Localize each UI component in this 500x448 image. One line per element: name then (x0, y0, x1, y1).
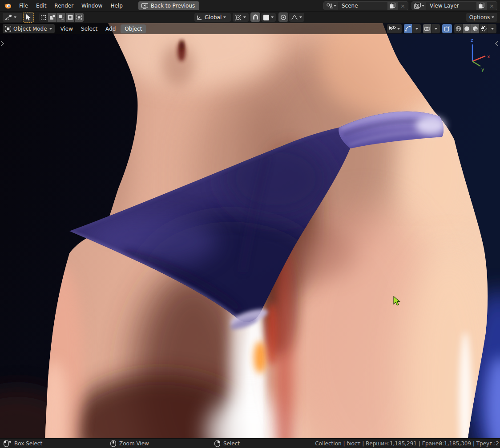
select-extend-icon (50, 15, 55, 20)
menu-help[interactable]: Help (106, 0, 126, 12)
viewport-3d[interactable]: z x y Object Mode View Select Add Object (0, 23, 500, 438)
select-mode-invert-button[interactable] (66, 13, 75, 22)
proportional-falloff-button[interactable] (289, 13, 304, 22)
view-layer-name[interactable]: View Layer (426, 2, 476, 10)
snap-toggle-button[interactable] (250, 12, 260, 22)
view-layer-browse-segment[interactable] (412, 2, 426, 10)
overlays-icon (424, 26, 430, 32)
menu-object[interactable]: Object (121, 24, 146, 33)
back-to-previous-button[interactable]: Back to Previous (138, 1, 200, 10)
scene-icon (326, 3, 333, 9)
scene-browse-segment[interactable] (324, 2, 338, 10)
chevron-down-icon (299, 16, 302, 18)
blender-logo-icon (4, 2, 12, 10)
back-screen-icon (141, 3, 148, 9)
menu-file[interactable]: File (15, 0, 32, 12)
mouse-right-icon (214, 440, 220, 447)
select-mode-subtract-button[interactable] (57, 13, 66, 22)
duplicate-icon (390, 3, 395, 9)
view-layer-new-button[interactable] (476, 2, 487, 10)
overlays-dropdown[interactable] (431, 24, 440, 33)
toggle-xray-button[interactable] (442, 24, 452, 33)
chevron-down-icon (223, 16, 226, 18)
shading-rendered-icon (481, 26, 487, 32)
transform-orientation-button[interactable]: Global (194, 13, 231, 22)
menu-add[interactable]: Add (101, 24, 120, 34)
transform-orientation-value: Global (205, 14, 222, 20)
menu-view[interactable]: View (56, 24, 77, 34)
gizmo-dropdown[interactable] (412, 24, 421, 33)
shading-dropdown[interactable] (488, 24, 496, 33)
chevron-down-icon (334, 5, 336, 7)
topbar: File Edit Render Window Help Back to Pre… (0, 0, 500, 12)
snap-target-button[interactable] (261, 13, 276, 22)
shading-material-icon (472, 26, 478, 32)
mode-selector-button[interactable]: Object Mode (3, 24, 55, 33)
chevron-down-icon (422, 5, 424, 7)
shading-wireframe-icon (456, 26, 461, 32)
pivot-point-button[interactable] (233, 13, 249, 22)
shading-wireframe-button[interactable] (454, 24, 463, 33)
scene-selector[interactable]: Scene × (323, 1, 408, 10)
scene-name[interactable]: Scene (338, 2, 387, 10)
menu-window[interactable]: Window (77, 0, 106, 12)
editor-type-button[interactable] (3, 13, 22, 22)
hint-label: Box Select (14, 440, 42, 447)
chevron-down-icon (492, 16, 494, 18)
menu-edit[interactable]: Edit (32, 0, 50, 12)
axis-x-label: x (487, 54, 490, 60)
shading-rendered-button[interactable] (480, 24, 488, 33)
select-mode-extend-button[interactable] (48, 13, 57, 22)
show-overlays-toggle[interactable] (423, 24, 431, 33)
scene-unlink-button[interactable]: × (398, 2, 408, 10)
gizmo-icon (405, 26, 411, 32)
scene-new-button[interactable] (387, 2, 398, 10)
axis-z-label: z (471, 37, 473, 43)
select-mode-intersect-button[interactable] (75, 13, 84, 22)
chevron-down-icon (243, 16, 246, 18)
editor-3d-viewport-icon (5, 14, 12, 20)
mouse-middle-icon (110, 440, 116, 447)
shading-material-button[interactable] (471, 24, 480, 33)
select-mode-set-button[interactable] (39, 13, 48, 22)
overlays-group (423, 24, 440, 33)
chevron-down-icon (435, 28, 437, 30)
proportional-editing-toggle[interactable] (278, 12, 288, 22)
shading-mode-group (454, 24, 496, 33)
active-tool-select-box[interactable] (23, 12, 34, 23)
view-layer-remove-button[interactable]: × (487, 2, 497, 10)
object-mode-icon (5, 26, 11, 32)
mouse-cursor (393, 296, 400, 306)
tool-settings-bar: Global (0, 12, 500, 23)
viewport-render[interactable]: z x y (0, 23, 500, 438)
view-layer-selector[interactable]: View Layer × (411, 1, 497, 10)
chevron-down-icon (415, 28, 418, 30)
select-invert-icon (68, 15, 73, 20)
mode-selector-label: Object Mode (13, 26, 47, 32)
shading-solid-button[interactable] (463, 24, 471, 33)
options-label: Options (469, 14, 490, 20)
chevron-down-icon (271, 16, 274, 18)
chevron-down-icon (14, 16, 16, 18)
hint-select: Select (214, 439, 240, 448)
falloff-curve-icon (291, 15, 298, 20)
view-layer-icon (414, 3, 421, 9)
hint-label: Select (223, 440, 240, 447)
show-gizmo-toggle[interactable] (404, 24, 412, 33)
object-type-visibility-button[interactable] (387, 24, 402, 33)
options-button[interactable]: Options (466, 13, 497, 22)
scene-statistics: Collection | бюст | Вершин:1,185,291 | Г… (315, 439, 499, 448)
select-intersect-icon (77, 15, 82, 20)
xray-wrap (442, 24, 452, 33)
back-to-previous-label: Back to Previous (151, 3, 195, 9)
magnet-icon (253, 14, 258, 20)
pivot-point-icon (235, 14, 242, 21)
status-bar: Box Select Zoom View Select Collection |… (0, 438, 500, 448)
menu-render[interactable]: Render (50, 0, 77, 12)
orientation-axes-icon (197, 15, 203, 20)
axis-y-label: y (481, 67, 484, 72)
hint-zoom-view: Zoom View (110, 439, 149, 448)
mouse-left-drag-icon (4, 440, 11, 447)
menu-select[interactable]: Select (77, 24, 101, 34)
shading-solid-icon (464, 26, 470, 32)
